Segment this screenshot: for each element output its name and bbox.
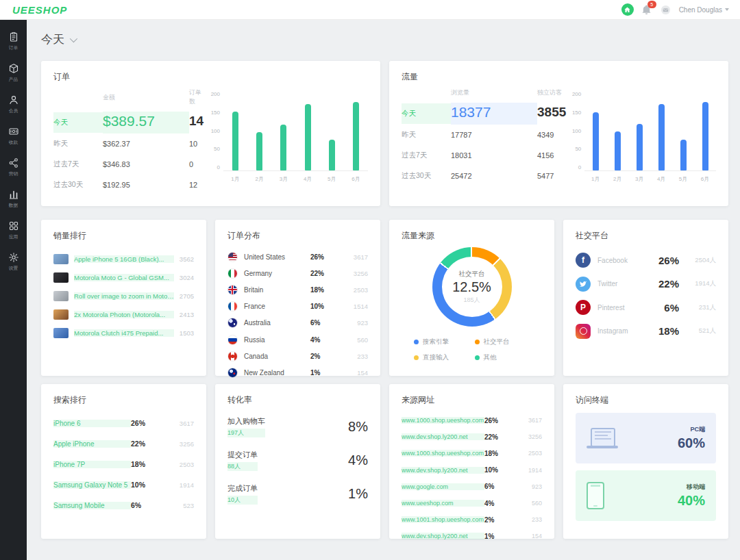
column-header: 独立访客 <box>537 88 566 103</box>
card-title: 流量来源 <box>402 230 542 242</box>
orders-count: 12 <box>189 175 205 194</box>
britain-flag-icon <box>227 285 238 295</box>
sidebar-item-data[interactable]: 数据 <box>0 183 27 215</box>
card-title: 搜索排行 <box>53 394 194 406</box>
list-item: Apple iPhone 5 16GB (Black)... 3562 <box>53 250 194 268</box>
table-row: Instagram 18% 521人 <box>576 320 716 344</box>
bar[interactable] <box>658 104 665 170</box>
list-item: Roll over image to zoom in Motorola... 2… <box>53 287 194 305</box>
product-thumbnail <box>53 328 69 338</box>
orders-bar-chart: 2001501005001月2月3月4月5月6月 <box>205 88 368 195</box>
row-label: 过去7天 <box>53 154 103 175</box>
traffic-views: 18031 <box>451 146 537 165</box>
table-row: Apple iPhone 22% 3256 <box>53 433 194 454</box>
traffic-card: 流量 浏览量 独立访客 今天 18377 3855 昨天 17787 4349 … <box>389 61 728 206</box>
product-link[interactable]: Motorola Moto G - Global GSM... <box>74 274 174 281</box>
referrer-link[interactable]: www.dev.shop.ly200.net <box>402 467 484 474</box>
bar[interactable] <box>256 132 262 170</box>
chevron-down-icon <box>725 8 729 11</box>
list-item: Motorola Clutch i475 Prepaid... 1503 <box>53 324 194 342</box>
bar[interactable] <box>232 112 238 170</box>
bar[interactable] <box>615 131 621 170</box>
search-term-link[interactable]: iPhone 6 <box>53 420 131 427</box>
orders-stats: 金额 订单数 今天 $389.57 14 昨天 $362.37 10 过去7天 … <box>53 88 205 195</box>
messages-button[interactable] <box>660 3 672 16</box>
referrer-link[interactable]: www.1001.shop.ueeshop.com <box>402 516 484 523</box>
list-item: Motorola Moto G - Global GSM... 3024 <box>53 268 194 287</box>
product-link[interactable]: Apple iPhone 5 16GB (Black)... <box>74 255 174 263</box>
x-tick-label: 1月 <box>584 175 606 183</box>
table-row: Russia 4% 560 <box>227 331 368 348</box>
new-zealand-flag-icon <box>227 368 238 378</box>
referrer-link[interactable]: www.1000.shop.ueeshop.com <box>402 417 484 424</box>
orders-amount: $362.37 <box>103 134 189 153</box>
table-row: Britain 18% 2503 <box>227 281 368 298</box>
product-link[interactable]: Roll over image to zoom in Motorola... <box>74 292 174 300</box>
product-thumbnail <box>53 254 69 264</box>
bar[interactable] <box>329 140 335 170</box>
conversion-percent: 1% <box>348 486 368 502</box>
orders-icon <box>8 31 19 42</box>
sidebar-item-products[interactable]: 产品 <box>0 58 27 89</box>
table-row: www.ueeshop.com 4% 560 <box>402 495 542 511</box>
table-row: Samsung Mobile 6% 523 <box>53 495 194 516</box>
sidebar-item-orders[interactable]: 订单 <box>0 26 27 58</box>
sidebar-item-members[interactable]: 会员 <box>0 89 27 120</box>
date-range-dropdown[interactable]: 今天 <box>41 31 728 47</box>
card-title: 订单 <box>53 71 368 83</box>
traffic-visitors-today: 3855 <box>537 103 566 124</box>
pc-terminal-panel: PC端 60% <box>576 413 716 463</box>
bar[interactable] <box>353 102 359 170</box>
search-term-link[interactable]: Samsung Galaxy Note 5 <box>53 481 131 489</box>
sidebar-item-payment[interactable]: 收款 <box>0 120 27 152</box>
search-term-link[interactable]: iPhone 7P <box>53 461 131 468</box>
referrer-link[interactable]: www.google.com <box>402 483 484 490</box>
product-link[interactable]: 2x Motorola Photon (Motorola... <box>74 311 174 318</box>
mobile-terminal-panel: 移动端 40% <box>576 470 716 521</box>
apps-icon <box>8 220 19 231</box>
product-sales: 2705 <box>180 292 194 300</box>
conversion-step: 完成订单 10人 1% <box>227 477 368 511</box>
traffic-sources-donut-chart[interactable]: 社交平台 12.5% 185人 <box>432 247 512 327</box>
x-tick-label: 5月 <box>672 175 694 183</box>
conversion-count: 10人 <box>227 496 258 505</box>
referrer-link[interactable]: www.1000.shop.ueeshop.com <box>402 450 484 457</box>
bar[interactable] <box>680 140 687 170</box>
notification-badge: 5 <box>648 1 656 8</box>
product-sales: 1503 <box>180 329 194 337</box>
legend-dot <box>475 355 480 360</box>
x-tick-label: 6月 <box>694 175 716 183</box>
referrer-link[interactable]: www.dev.shop.ly200.net <box>402 533 484 539</box>
orders-count: 10 <box>189 134 205 153</box>
row-label: 过去7天 <box>402 145 451 166</box>
x-tick-label: 2月 <box>247 175 271 183</box>
bar[interactable] <box>702 102 708 170</box>
terminal-label: 移动端 <box>678 483 705 492</box>
referrer-link[interactable]: www.ueeshop.com <box>402 500 484 507</box>
card-title: 订单分布 <box>227 230 368 242</box>
members-icon <box>8 94 19 105</box>
main-content: 今天 订单 金额 订单数 今天 $389.57 14 昨天 $362.37 10… <box>27 19 740 560</box>
conversion-percent: 4% <box>348 453 368 468</box>
search-term-link[interactable]: Samsung Mobile <box>53 502 131 509</box>
sidebar-item-marketing[interactable]: 营销 <box>0 152 27 183</box>
bar[interactable] <box>280 125 286 170</box>
search-term-link[interactable]: Apple iPhone <box>53 440 131 448</box>
table-row: www.1000.shop.ueeshop.com 26% 3617 <box>402 412 542 429</box>
phone-icon <box>587 482 604 509</box>
bar[interactable] <box>637 124 643 170</box>
list-item: 2x Motorola Photon (Motorola... 2413 <box>53 305 194 324</box>
referrer-link[interactable]: www.dev.shop.ly200.net <box>402 433 484 440</box>
social-platforms-card: 社交平台 f Facebook 26% 2504人 Twitter 22% 19… <box>563 220 728 376</box>
card-title: 销量排行 <box>53 230 194 242</box>
home-button[interactable] <box>621 3 634 16</box>
sidebar-item-settings[interactable]: 设置 <box>0 246 27 278</box>
sidebar-item-apps[interactable]: 应用 <box>0 215 27 246</box>
y-axis: 200150100500 <box>566 91 584 170</box>
notifications-button[interactable]: 5 <box>641 3 653 16</box>
product-link[interactable]: Motorola Clutch i475 Prepaid... <box>74 329 174 337</box>
bar[interactable] <box>593 112 599 170</box>
bar[interactable] <box>305 104 311 170</box>
orders-count: 0 <box>189 155 205 174</box>
user-menu[interactable]: Chen Douglas <box>679 6 729 14</box>
